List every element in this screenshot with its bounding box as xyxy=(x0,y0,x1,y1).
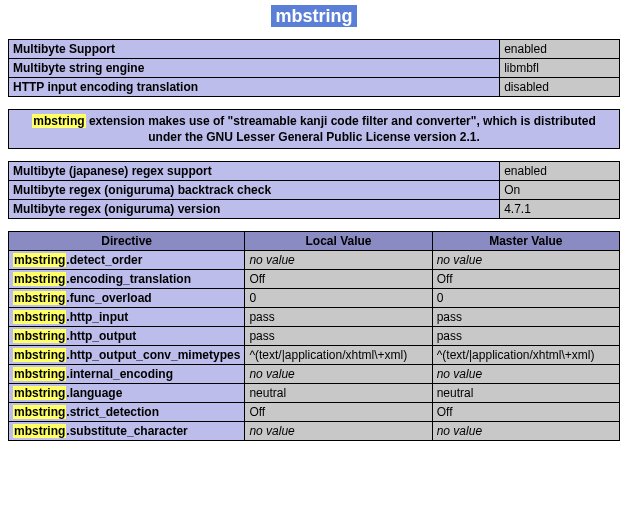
directives-header-row: Directive Local Value Master Value xyxy=(9,232,620,251)
param-value: enabled xyxy=(500,40,620,59)
directive-highlight: mbstring xyxy=(13,310,66,324)
table-row: Multibyte string enginelibmbfl xyxy=(9,59,620,78)
directive-name: mbstring.strict_detection xyxy=(9,403,245,422)
header-directive: Directive xyxy=(9,232,245,251)
directive-highlight: mbstring xyxy=(13,405,66,419)
local-value: no value xyxy=(245,422,432,441)
table-row: mbstring.http_outputpasspass xyxy=(9,327,620,346)
master-value: no value xyxy=(432,251,619,270)
local-value: no value xyxy=(245,365,432,384)
directives-table: Directive Local Value Master Value mbstr… xyxy=(8,231,620,441)
param-value: enabled xyxy=(500,162,620,181)
master-value: ^(text/|application/xhtml\+xml) xyxy=(432,346,619,365)
table-row: mbstring.languageneutralneutral xyxy=(9,384,620,403)
directive-name: mbstring.http_input xyxy=(9,308,245,327)
table-row: mbstring.http_inputpasspass xyxy=(9,308,620,327)
section-title-text: mbstring xyxy=(271,5,356,27)
master-value: neutral xyxy=(432,384,619,403)
directive-name: mbstring.language xyxy=(9,384,245,403)
directive-name: mbstring.func_overload xyxy=(9,289,245,308)
master-value: pass xyxy=(432,308,619,327)
local-value: neutral xyxy=(245,384,432,403)
header-master-value: Master Value xyxy=(432,232,619,251)
directive-name: mbstring.encoding_translation xyxy=(9,270,245,289)
param-value: disabled xyxy=(500,78,620,97)
local-value: 0 xyxy=(245,289,432,308)
section-title: mbstring xyxy=(8,6,620,27)
table-row: mbstring.substitute_characterno valueno … xyxy=(9,422,620,441)
table-row: Multibyte Supportenabled xyxy=(9,40,620,59)
directive-name: mbstring.detect_order xyxy=(9,251,245,270)
directive-name: mbstring.substitute_character xyxy=(9,422,245,441)
directive-name: mbstring.http_output_conv_mimetypes xyxy=(9,346,245,365)
directive-highlight: mbstring xyxy=(13,367,66,381)
table-row: Multibyte (japanese) regex supportenable… xyxy=(9,162,620,181)
param-name: Multibyte string engine xyxy=(9,59,500,78)
local-value: Off xyxy=(245,403,432,422)
table-row: Multibyte regex (oniguruma) backtrack ch… xyxy=(9,181,620,200)
local-value: pass xyxy=(245,308,432,327)
local-value: Off xyxy=(245,270,432,289)
master-value: Off xyxy=(432,270,619,289)
directive-highlight: mbstring xyxy=(13,348,66,362)
info-table-1: Multibyte SupportenabledMultibyte string… xyxy=(8,39,620,97)
param-name: Multibyte regex (oniguruma) backtrack ch… xyxy=(9,181,500,200)
directive-highlight: mbstring xyxy=(13,424,66,438)
local-value: no value xyxy=(245,251,432,270)
param-value: On xyxy=(500,181,620,200)
info-table-2: Multibyte (japanese) regex supportenable… xyxy=(8,161,620,219)
table-row: Multibyte regex (oniguruma) version4.7.1 xyxy=(9,200,620,219)
master-value: pass xyxy=(432,327,619,346)
directive-highlight: mbstring xyxy=(13,329,66,343)
param-value: 4.7.1 xyxy=(500,200,620,219)
param-name: Multibyte regex (oniguruma) version xyxy=(9,200,500,219)
master-value: no value xyxy=(432,422,619,441)
table-row: mbstring.http_output_conv_mimetypes^(tex… xyxy=(9,346,620,365)
local-value: pass xyxy=(245,327,432,346)
table-row: mbstring.func_overload00 xyxy=(9,289,620,308)
note-highlight: mbstring xyxy=(32,114,85,128)
master-value: 0 xyxy=(432,289,619,308)
directive-name: mbstring.internal_encoding xyxy=(9,365,245,384)
param-name: Multibyte (japanese) regex support xyxy=(9,162,500,181)
directive-highlight: mbstring xyxy=(13,253,66,267)
param-name: HTTP input encoding translation xyxy=(9,78,500,97)
table-row: HTTP input encoding translationdisabled xyxy=(9,78,620,97)
table-row: mbstring.encoding_translationOffOff xyxy=(9,270,620,289)
param-name: Multibyte Support xyxy=(9,40,500,59)
note-text: extension makes use of "streamable kanji… xyxy=(86,114,596,144)
local-value: ^(text/|application/xhtml\+xml) xyxy=(245,346,432,365)
table-row: mbstring.internal_encodingno valueno val… xyxy=(9,365,620,384)
master-value: no value xyxy=(432,365,619,384)
table-row: mbstring.detect_orderno valueno value xyxy=(9,251,620,270)
table-row: mbstring.strict_detectionOffOff xyxy=(9,403,620,422)
master-value: Off xyxy=(432,403,619,422)
note-cell: mbstring extension makes use of "streama… xyxy=(9,110,620,149)
directive-highlight: mbstring xyxy=(13,291,66,305)
directive-highlight: mbstring xyxy=(13,272,66,286)
note-table: mbstring extension makes use of "streama… xyxy=(8,109,620,149)
directive-highlight: mbstring xyxy=(13,386,66,400)
param-value: libmbfl xyxy=(500,59,620,78)
directive-name: mbstring.http_output xyxy=(9,327,245,346)
header-local-value: Local Value xyxy=(245,232,432,251)
